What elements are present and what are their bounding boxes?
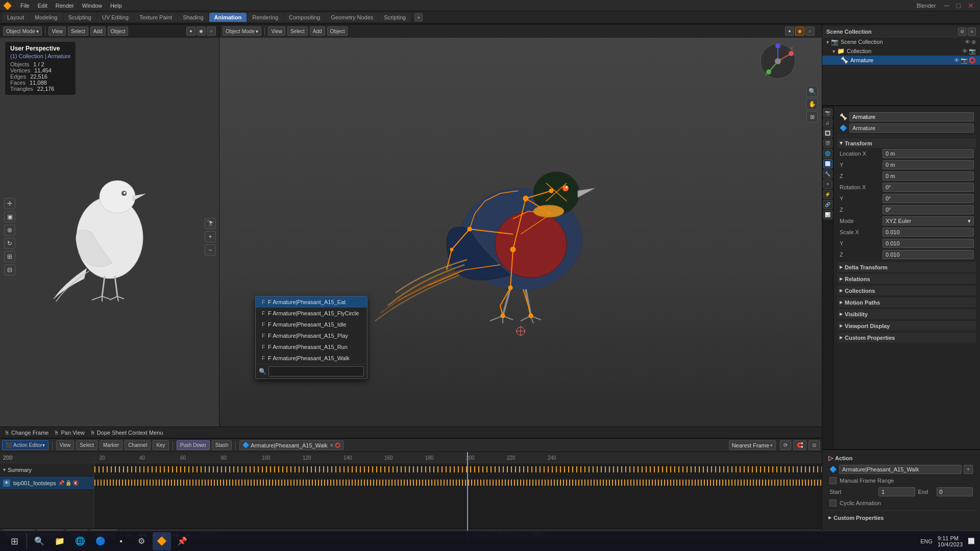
vr-rendered-btn[interactable]: ○ xyxy=(805,27,815,36)
menu-help[interactable]: Help xyxy=(107,2,126,10)
collections-header[interactable]: ▸ Collections xyxy=(838,286,976,295)
dropdown-search-input[interactable] xyxy=(268,366,364,377)
snapping-btn[interactable]: 🧲 xyxy=(793,440,806,450)
minimize-btn[interactable]: ─ xyxy=(941,2,952,10)
scale-tool[interactable]: ⊞ xyxy=(4,251,15,262)
viewport-display-header[interactable]: ▸ Viewport Display xyxy=(838,321,976,331)
tab-sculpting[interactable]: Sculpting xyxy=(63,13,96,22)
stash-btn[interactable]: Stash xyxy=(212,440,232,450)
viewport-right[interactable]: Object Mode ▾ View Select Add Object ● ◉… xyxy=(219,24,822,449)
track-pin-icon[interactable]: 📌 xyxy=(58,480,64,486)
zoom-out[interactable]: − xyxy=(205,244,216,256)
tab-scripting[interactable]: Scripting xyxy=(379,13,411,22)
prop-icon-render[interactable]: 📷 xyxy=(823,108,832,117)
rotation-mode-dropdown[interactable]: XYZ Euler ▾ xyxy=(883,216,974,226)
timeline-cursor[interactable] xyxy=(467,452,468,540)
action-selector-value[interactable]: Armature|Pheasant_A15_Walk xyxy=(839,465,962,474)
select-tool[interactable]: ▣ xyxy=(4,211,15,222)
scale-x-value[interactable]: 0.010 xyxy=(883,228,974,237)
visibility-header[interactable]: ▸ Visibility xyxy=(838,309,976,319)
taskbar-more[interactable]: 📌 xyxy=(173,532,191,550)
armature-camera-icon[interactable]: 📷 xyxy=(961,57,968,64)
dropdown-item-1[interactable]: F F Armature|Pheasant_A15_FlyCircle xyxy=(256,308,367,319)
action-timeline-right[interactable]: 20 40 60 80 100 120 140 160 180 200 220 … xyxy=(94,452,822,540)
taskbar-edge[interactable]: 🌐 xyxy=(71,532,89,550)
vr-tool-1[interactable]: 🔍 xyxy=(806,86,818,97)
delta-transform-header[interactable]: ▸ Delta Transform xyxy=(838,262,976,272)
cyclic-checkbox[interactable] xyxy=(829,499,837,507)
rp-custom-props-header[interactable]: ▸ Custom Properties xyxy=(826,513,976,522)
tab-compositing[interactable]: Compositing xyxy=(284,13,325,22)
taskbar-files[interactable]: 📁 xyxy=(51,532,69,550)
channel-menu-btn[interactable]: Channel xyxy=(125,440,151,450)
viewport-shading-material[interactable]: ◉ xyxy=(197,27,206,36)
transform-tool[interactable]: ⊟ xyxy=(4,264,15,276)
dropdown-item-5[interactable]: F F Armature|Pheasant_A15_Walk xyxy=(256,353,367,364)
prop-icon-constraints[interactable]: 🔗 xyxy=(823,200,832,209)
select-menu[interactable]: Select xyxy=(68,27,88,36)
taskbar-show-desktop[interactable]: ⬜ xyxy=(968,538,975,544)
prop-icon-output[interactable]: 🖨 xyxy=(823,118,832,128)
action-new-btn[interactable]: + xyxy=(964,465,973,474)
menu-render[interactable]: Render xyxy=(52,2,78,10)
vr-material-btn[interactable]: ◉ xyxy=(795,27,804,36)
vr-solid-btn[interactable]: ● xyxy=(785,27,794,36)
location-x-value[interactable]: 0 m xyxy=(883,149,974,158)
scene-eye-icon[interactable]: 👁 xyxy=(965,39,970,45)
prop-icon-particles[interactable]: ✦ xyxy=(823,180,832,189)
taskbar-settings[interactable]: ⚙ xyxy=(132,532,151,550)
viewport-shading-rendered[interactable]: ○ xyxy=(207,27,216,36)
marker-menu-btn[interactable]: Marker xyxy=(100,440,122,450)
outliner-scene-collection[interactable]: ▾ 📷 Scene Collection 👁 ⊕ xyxy=(822,37,980,46)
tab-shading[interactable]: Shading xyxy=(178,13,208,22)
viewport-left[interactable]: Object Mode ▾ View Select Add Object ● ◉… xyxy=(0,24,219,449)
vr-object[interactable]: Object xyxy=(327,27,348,36)
sync-btn[interactable]: ⟳ xyxy=(780,440,791,450)
location-z-value[interactable]: 0 m xyxy=(883,171,974,181)
rotate-tool[interactable]: ↻ xyxy=(4,238,15,249)
view-menu[interactable]: View xyxy=(48,27,66,36)
collection-eye-icon[interactable]: 👁 xyxy=(962,48,968,55)
prop-icon-view[interactable]: 🔳 xyxy=(823,129,832,138)
prop-icon-physics[interactable]: ⚡ xyxy=(823,190,832,199)
object-menu[interactable]: Object xyxy=(108,27,129,36)
rotation-x-value[interactable]: 0° xyxy=(883,183,974,192)
track-summary[interactable]: ▾ Summary xyxy=(0,463,94,477)
nearest-frame-dropdown[interactable]: Nearest Frame ▾ xyxy=(729,440,776,450)
view-menu-btn[interactable]: View xyxy=(56,440,75,450)
object-mode-dropdown[interactable]: Object Mode ▾ xyxy=(3,27,42,36)
move-tool[interactable]: ⊕ xyxy=(4,224,15,236)
rotation-z-value[interactable]: 0° xyxy=(883,205,974,214)
vr-add[interactable]: Add xyxy=(310,27,325,36)
close-btn[interactable]: ✕ xyxy=(965,2,977,10)
action-props-header[interactable]: ▷ Action xyxy=(826,453,976,463)
prop-icon-scene[interactable]: 🎬 xyxy=(823,139,832,148)
outliner-armature[interactable]: 🦴 Armature 👁 📷 ⭕ xyxy=(822,56,980,65)
select-menu-btn[interactable]: Select xyxy=(76,440,97,450)
custom-props-header[interactable]: ▸ Custom Properties xyxy=(838,333,976,342)
vr-tool-3[interactable]: ⊞ xyxy=(806,111,818,122)
track-mute-icon[interactable]: 🔇 xyxy=(72,480,79,486)
tab-rendering[interactable]: Rendering xyxy=(247,13,283,22)
cursor-tool[interactable]: ✛ xyxy=(4,198,15,209)
dropdown-item-4[interactable]: F F Armature|Pheasant_A15_Run xyxy=(256,341,367,353)
outliner-filter[interactable]: ⚙ xyxy=(958,28,966,36)
taskbar-blender[interactable]: 🔶 xyxy=(153,532,171,550)
rotation-y-value[interactable]: 0° xyxy=(883,194,974,203)
vr-object-mode[interactable]: Object Mode ▾ xyxy=(223,27,261,36)
manual-frame-range-checkbox[interactable] xyxy=(829,477,837,484)
location-y-value[interactable]: 0 m xyxy=(883,160,974,169)
tab-animation[interactable]: Animation xyxy=(209,13,247,22)
menu-file[interactable]: File xyxy=(17,2,33,10)
track-footsteps[interactable]: 👁 bip001_footsteps 📌 🔒 🔇 xyxy=(0,477,94,490)
dropdown-item-2[interactable]: F F Armature|Pheasant_A15_Idle xyxy=(256,319,367,330)
editor-type-dropdown[interactable]: ⬛ Action Editor ▾ xyxy=(2,440,48,450)
fly-navigate[interactable]: 🔭 xyxy=(205,218,216,229)
tab-geonodes[interactable]: Geometry Nodes xyxy=(326,13,378,22)
outliner-options[interactable]: ≡ xyxy=(968,28,976,36)
scale-z-value[interactable]: 0.010 xyxy=(883,250,974,259)
scale-y-value[interactable]: 0.010 xyxy=(883,239,974,248)
menu-edit[interactable]: Edit xyxy=(34,2,51,10)
taskbar-search[interactable]: 🔍 xyxy=(30,532,48,550)
tab-layout[interactable]: Layout xyxy=(2,13,29,22)
